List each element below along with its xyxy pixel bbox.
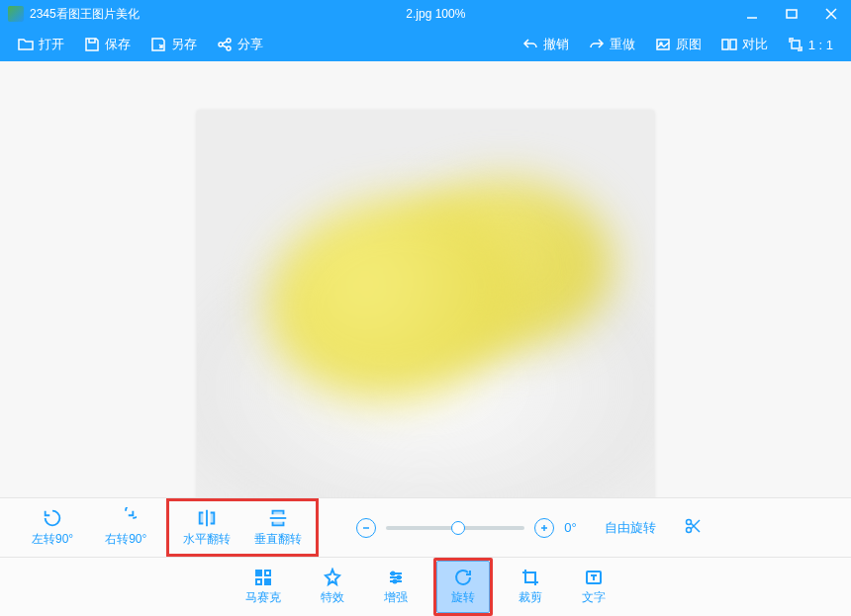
- save-button[interactable]: 保存: [76, 32, 139, 57]
- open-button[interactable]: 打开: [10, 32, 72, 57]
- document-title: 2.jpg 100%: [406, 7, 465, 21]
- saveas-label: 另存: [171, 36, 197, 53]
- compare-label: 对比: [742, 36, 768, 53]
- open-label: 打开: [39, 36, 64, 53]
- svg-point-6: [227, 46, 231, 50]
- scale-label: 1 : 1: [808, 38, 833, 52]
- text-tool[interactable]: 文字: [568, 562, 619, 612]
- flip-horizontal-button[interactable]: 水平翻转: [171, 503, 242, 552]
- rotate-left-label: 左转90°: [32, 531, 73, 548]
- rotate-highlight-box: 旋转: [433, 558, 493, 616]
- rotate-left-button[interactable]: 左转90°: [20, 503, 85, 552]
- app-title: 2345看图王图片美化: [30, 6, 140, 23]
- saveas-button[interactable]: 另存: [142, 32, 205, 57]
- mosaic-tool[interactable]: 马赛克: [232, 562, 295, 612]
- compare-button[interactable]: 对比: [713, 32, 776, 57]
- svg-point-30: [392, 572, 395, 575]
- free-rotate-label: 自由旋转: [605, 519, 656, 537]
- svg-rect-24: [265, 571, 270, 575]
- effects-label: 特效: [321, 589, 344, 606]
- angle-value: 0°: [564, 520, 576, 535]
- image-preview[interactable]: [197, 111, 654, 500]
- mosaic-label: 马赛克: [245, 589, 281, 606]
- canvas-area: [0, 61, 851, 497]
- title-bar: 2345看图王图片美化 2.jpg 100%: [0, 0, 851, 28]
- svg-rect-11: [722, 40, 728, 49]
- svg-rect-12: [730, 40, 736, 49]
- svg-rect-1: [787, 10, 797, 18]
- main-toolbar: 打开 保存 另存 分享 撤销 重做 原图 对比 1 : 1: [0, 28, 851, 61]
- angle-slider-track[interactable]: [386, 526, 524, 530]
- flip-h-label: 水平翻转: [183, 531, 231, 548]
- angle-plus-button[interactable]: [534, 518, 554, 538]
- undo-label: 撤销: [543, 36, 569, 53]
- svg-point-4: [227, 39, 231, 43]
- angle-minus-button[interactable]: [356, 518, 376, 538]
- svg-line-7: [223, 42, 227, 44]
- share-label: 分享: [237, 36, 263, 53]
- app-icon: [8, 6, 24, 22]
- minimize-button[interactable]: [732, 0, 772, 28]
- flip-highlight-box: 水平翻转 垂直翻转: [166, 498, 319, 557]
- svg-point-32: [394, 580, 397, 583]
- angle-slider-area: 0°: [356, 518, 576, 538]
- rotate-right-button[interactable]: 右转90°: [93, 503, 158, 552]
- scale-button[interactable]: 1 : 1: [780, 33, 841, 56]
- redo-label: 重做: [610, 36, 635, 53]
- svg-point-5: [219, 43, 223, 46]
- undo-button[interactable]: 撤销: [515, 32, 577, 57]
- scissor-button[interactable]: [684, 517, 702, 539]
- original-label: 原图: [676, 36, 702, 53]
- enhance-tool[interactable]: 增强: [370, 562, 422, 612]
- rotate-tool[interactable]: 旋转: [436, 561, 490, 613]
- svg-rect-13: [792, 41, 800, 48]
- bottom-toolbar: 马赛克 特效 增强 旋转 裁剪 文字: [0, 557, 851, 616]
- svg-rect-23: [256, 571, 261, 575]
- flip-vertical-button[interactable]: 垂直翻转: [242, 503, 314, 552]
- maximize-button[interactable]: [772, 0, 811, 28]
- rotate-label: 旋转: [451, 589, 475, 606]
- flip-v-label: 垂直翻转: [254, 531, 302, 548]
- effects-tool[interactable]: 特效: [307, 562, 358, 612]
- close-button[interactable]: [811, 0, 851, 28]
- text-label: 文字: [582, 589, 606, 606]
- save-label: 保存: [105, 36, 131, 53]
- svg-rect-26: [265, 579, 270, 584]
- crop-label: 裁剪: [519, 589, 542, 606]
- redo-button[interactable]: 重做: [581, 32, 643, 57]
- angle-slider-thumb[interactable]: [451, 521, 465, 535]
- svg-rect-25: [256, 579, 261, 584]
- enhance-label: 增强: [384, 589, 408, 606]
- crop-tool[interactable]: 裁剪: [505, 562, 556, 612]
- share-button[interactable]: 分享: [209, 32, 271, 57]
- svg-point-31: [398, 576, 401, 579]
- rotate-right-label: 右转90°: [105, 531, 146, 548]
- rotate-toolbar: 左转90° 右转90° 水平翻转 垂直翻转 0° 自由旋转: [0, 497, 851, 557]
- svg-line-8: [223, 45, 227, 47]
- original-button[interactable]: 原图: [647, 32, 709, 57]
